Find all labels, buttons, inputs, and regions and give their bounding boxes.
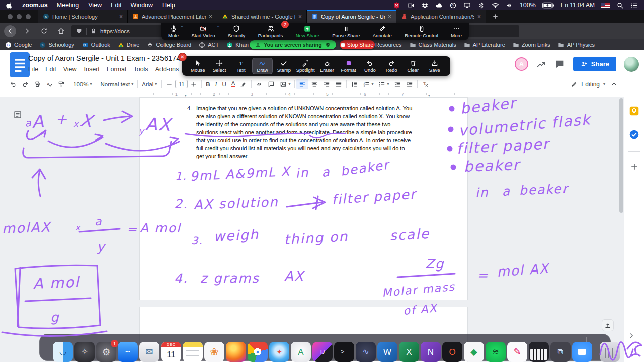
spotlight-search-icon[interactable] — [616, 2, 624, 9]
google-tasks-icon[interactable] — [629, 129, 639, 140]
bookmark-folder-zoom-links[interactable]: Zoom Links — [513, 42, 550, 48]
bookmark-college-board[interactable]: College Board — [147, 42, 191, 48]
dropbox-icon[interactable] — [421, 2, 429, 9]
excel-icon[interactable]: X — [399, 342, 419, 362]
add-ons[interactable]: Add-ons — [152, 65, 183, 74]
bookmark-outlook[interactable]: Outlook — [82, 42, 110, 48]
align-right-button[interactable] — [320, 79, 333, 89]
format-tool[interactable]: Format — [338, 58, 359, 74]
paint-format-button[interactable] — [55, 79, 67, 89]
bookmark-drive[interactable]: Drive — [118, 42, 140, 48]
bookmark-folder-ap-literature[interactable]: AP Literature — [464, 42, 505, 48]
account-avatar[interactable] — [624, 57, 639, 72]
view[interactable]: View — [88, 2, 102, 9]
library-icon[interactable] — [574, 27, 582, 35]
italic-button[interactable]: I — [213, 79, 220, 89]
bluetooth-icon[interactable] — [477, 2, 485, 9]
share-button[interactable]: Share — [573, 57, 616, 71]
docs-undo-button[interactable] — [7, 79, 19, 89]
start-video-button[interactable]: ⌄Start Video — [188, 23, 219, 40]
trash-icon[interactable] — [600, 342, 620, 362]
clear-formatting-button[interactable]: T — [419, 79, 431, 89]
insert-image-button[interactable]: ▾ — [277, 79, 293, 89]
safari-icon[interactable]: ✦ — [269, 342, 289, 362]
close-annotation-icon[interactable]: ✕ — [178, 53, 187, 61]
zoom-icon[interactable] — [572, 342, 592, 362]
text-color-button[interactable]: A — [229, 79, 238, 89]
page-actions-icon[interactable] — [483, 28, 490, 34]
tools[interactable]: Tools — [130, 65, 151, 74]
mouse-tool[interactable]: Mouse — [188, 58, 208, 74]
security-button[interactable]: Security — [224, 23, 249, 40]
file[interactable]: File — [25, 65, 42, 74]
tab-docs-active[interactable]: Copy of Aaron Sergile - Unit 1 E× — [307, 10, 396, 23]
gem-app-icon[interactable]: ◆ — [464, 342, 484, 362]
sketchbook-icon[interactable]: ✎ — [507, 342, 527, 362]
meeting[interactable]: Meeting — [57, 2, 79, 9]
mute-button[interactable]: ⌄Mute — [164, 23, 183, 40]
back-button[interactable] — [4, 25, 16, 37]
firefox-icon[interactable] — [226, 342, 246, 362]
get-addons-plus-icon[interactable] — [630, 162, 639, 171]
system-preferences-icon[interactable]: ⚙1 — [96, 342, 116, 362]
spellcheck-button[interactable]: A — [43, 79, 55, 89]
left-indent-marker[interactable]: ▾ — [185, 94, 187, 98]
calendar-icon[interactable]: DEC11 — [161, 342, 181, 362]
underline-button[interactable]: U — [219, 79, 228, 89]
tab-google-drive[interactable]: Shared with me - Google Drive× — [217, 10, 307, 23]
scroll-chevron-icon[interactable] — [628, 332, 635, 339]
bookmark-google[interactable]: GGoogle — [5, 42, 32, 48]
print-button[interactable] — [31, 79, 43, 89]
app-menu-icon[interactable] — [630, 27, 638, 35]
screen-record-icon[interactable] — [407, 2, 415, 9]
spotify-icon[interactable]: ≋ — [486, 342, 506, 362]
undo-tool[interactable]: Undo — [360, 58, 380, 74]
insert[interactable]: Insert — [80, 65, 103, 74]
launchpad-icon[interactable]: ✧ — [74, 342, 95, 362]
reload-button[interactable] — [37, 25, 50, 38]
justify-button[interactable] — [333, 79, 345, 89]
new-tab-button[interactable] — [486, 10, 505, 23]
sidebar-toggle-icon[interactable] — [588, 27, 596, 35]
input-language-flag-icon[interactable] — [601, 3, 610, 8]
pocket-icon[interactable] — [496, 28, 502, 34]
messages-icon[interactable]: ••• — [118, 342, 138, 362]
increase-indent-button[interactable] — [404, 79, 416, 89]
highlight-color-button[interactable] — [237, 79, 250, 89]
eraser-tool[interactable]: Eraser — [317, 58, 338, 74]
tab-schoology[interactable]: SHome | Schoology× — [38, 10, 128, 23]
tab-application-status[interactable]: Application Confirmation/Statu× — [396, 10, 486, 23]
bold-button[interactable]: B — [203, 79, 212, 89]
zoom-select[interactable]: 100%▾ — [71, 79, 94, 89]
decrease-indent-button[interactable] — [391, 79, 404, 89]
bookmark-schoology[interactable]: SSchoology — [39, 42, 74, 48]
bookmark-act[interactable]: ACT — [199, 42, 219, 48]
cloud-icon[interactable] — [435, 2, 443, 9]
view[interactable]: View — [60, 65, 80, 74]
spotlight-tool[interactable]: Spotlight — [295, 58, 316, 74]
intellij-idea-icon[interactable]: IJ — [312, 342, 333, 362]
chrome-icon[interactable]: ● — [248, 342, 268, 362]
collapse-toolbar-icon[interactable] — [610, 80, 618, 88]
participants-button[interactable]: 2Participants2 — [254, 23, 287, 40]
photos-icon[interactable]: ❀ — [204, 342, 224, 362]
redo-tool[interactable]: Redo — [381, 58, 402, 74]
discord-icon[interactable]: ∿ — [356, 342, 376, 362]
bulleted-list-button[interactable]: ▾ — [376, 79, 391, 89]
home-button[interactable] — [54, 25, 67, 38]
select-tool[interactable]: Select — [209, 58, 230, 74]
bookmark-folder-class-materials[interactable]: Class Materials — [410, 42, 456, 48]
right-indent-marker[interactable]: ▾ — [428, 94, 430, 98]
font-size-decrease[interactable] — [163, 79, 175, 89]
align-left-button[interactable] — [296, 79, 308, 89]
android-studio-icon[interactable]: A — [291, 342, 311, 362]
font-size-value[interactable]: 11 — [175, 80, 188, 88]
mode-select[interactable]: Editing ▾ — [571, 81, 605, 88]
notes-icon[interactable] — [183, 342, 203, 362]
notification-center-icon[interactable] — [630, 2, 638, 9]
bookmark-resources[interactable]: Resources — [375, 42, 402, 48]
wifi-icon[interactable] — [492, 2, 499, 9]
window[interactable]: Window — [131, 2, 153, 9]
word-icon[interactable]: W — [377, 342, 397, 362]
menu-bar-clock[interactable]: Fri 11:04 AM — [561, 2, 595, 9]
